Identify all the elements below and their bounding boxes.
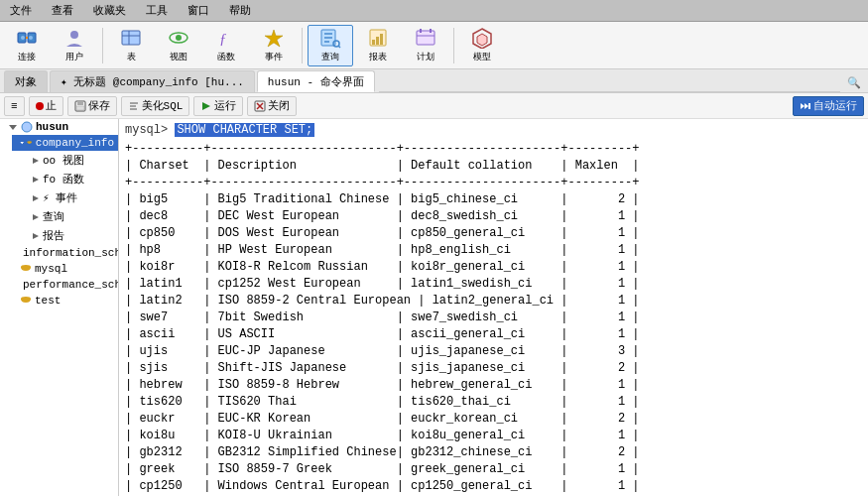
- menu-view[interactable]: 查看: [48, 1, 77, 20]
- btn-report[interactable]: 报表: [355, 25, 401, 66]
- menu-window[interactable]: 窗口: [184, 1, 213, 20]
- svg-rect-30: [77, 101, 83, 105]
- btn-user[interactable]: 用户: [52, 25, 97, 66]
- sidebar-reports[interactable]: 报告: [24, 226, 118, 245]
- sidebar-reports-label: 报告: [43, 228, 64, 243]
- svg-marker-48: [33, 177, 39, 183]
- toolbar-sep-2: [302, 28, 303, 63]
- sidebar-events-label: ⚡ 事件: [43, 190, 77, 205]
- svg-rect-41: [808, 103, 810, 109]
- sidebar-events[interactable]: ⚡ 事件: [24, 188, 118, 207]
- arrow-right-icon: [32, 157, 40, 165]
- svg-marker-44: [20, 142, 24, 144]
- sidebar-db-info-schema[interactable]: information_schema: [12, 245, 118, 261]
- btn-query-label: 查询: [321, 51, 339, 63]
- toolbar: 连接 用户 表 视图: [0, 22, 868, 69]
- sidebar-queries-label: 查询: [43, 209, 64, 224]
- sidebar-db-company[interactable]: company_info: [12, 135, 118, 151]
- btn-stop[interactable]: 止: [29, 96, 63, 116]
- report-icon: [367, 27, 389, 49]
- svg-text:ƒ: ƒ: [219, 31, 227, 47]
- btn-func[interactable]: ƒ 函数: [203, 25, 249, 66]
- btn-model[interactable]: 模型: [459, 25, 505, 66]
- sidebar-db-test-label: test: [35, 295, 61, 307]
- sidebar-company-children: oo 视图 fo 函数 ⚡ 事件 查询 报告: [12, 151, 118, 245]
- arrow-right-icon-2: [32, 176, 40, 184]
- sidebar-db-mysql[interactable]: mysql: [12, 261, 118, 277]
- btn-run[interactable]: 运行: [193, 96, 243, 116]
- view-icon: [168, 27, 189, 49]
- btn-autorun[interactable]: 自动运行: [793, 96, 864, 116]
- arrow-right-icon-4: [32, 213, 40, 221]
- menu-bar[interactable]: 文件 查看 收藏夹 工具 窗口 帮助: [6, 1, 255, 20]
- svg-rect-6: [122, 31, 140, 45]
- btn-plan[interactable]: 计划: [403, 25, 448, 66]
- menu-file[interactable]: 文件: [6, 1, 36, 20]
- db-icon-3: [20, 263, 32, 275]
- btn-query[interactable]: 查询: [308, 25, 353, 66]
- tab-query[interactable]: ✦ 无标题 @company_info [hu...: [50, 70, 255, 92]
- content-area[interactable]: mysql> SHOW CHARACTER SET; +----------+-…: [119, 119, 868, 496]
- tab-query-label: ✦ 无标题 @company_info [hu...: [61, 74, 244, 89]
- sidebar-functions-label: fo 函数: [43, 172, 84, 186]
- toolbar-sep-3: [453, 28, 454, 63]
- svg-marker-12: [265, 30, 283, 47]
- arrow-down-icon: [8, 122, 18, 132]
- btn-table-label: 表: [127, 51, 136, 63]
- event-icon: [263, 27, 285, 49]
- svg-marker-40: [805, 103, 808, 109]
- tab-object[interactable]: 对象: [4, 70, 48, 92]
- sidebar-db-perf-schema[interactable]: performance_schema: [12, 277, 118, 293]
- btn-view[interactable]: 视图: [156, 25, 201, 66]
- action-bar: ≡ 止 保存 美化SQL 运行 关闭: [0, 93, 868, 119]
- sidebar-views[interactable]: oo 视图: [24, 151, 118, 170]
- sidebar-functions[interactable]: fo 函数: [24, 170, 118, 188]
- sidebar-db-perf-schema-label: performance_schema: [23, 279, 119, 291]
- btn-save[interactable]: 保存: [67, 96, 117, 116]
- query-icon: [319, 27, 341, 49]
- mysql-command: SHOW CHARACTER SET;: [175, 123, 314, 137]
- mysql-prompt-line: mysql> SHOW CHARACTER SET;: [125, 123, 862, 137]
- svg-marker-39: [801, 103, 805, 109]
- svg-marker-42: [9, 125, 17, 130]
- mysql-prompt-text: mysql>: [125, 123, 175, 137]
- btn-menu-toggle[interactable]: ≡: [4, 96, 25, 116]
- sidebar-db-info-schema-label: information_schema: [23, 247, 119, 259]
- svg-point-3: [21, 36, 25, 40]
- svg-rect-23: [417, 31, 434, 45]
- tab-console[interactable]: husun - 命令界面: [257, 70, 375, 92]
- svg-rect-22: [380, 34, 383, 45]
- sidebar-queries[interactable]: 查询: [24, 207, 118, 226]
- beautify-icon: [128, 100, 140, 112]
- svg-point-5: [70, 31, 78, 39]
- btn-beautify[interactable]: 美化SQL: [121, 96, 190, 116]
- db-icon: [27, 137, 32, 149]
- btn-connect-label: 连接: [18, 51, 36, 63]
- sidebar-db-test[interactable]: test: [12, 293, 118, 309]
- beautify-label: 美化SQL: [142, 98, 184, 113]
- svg-line-18: [338, 46, 340, 48]
- svg-marker-49: [33, 195, 39, 201]
- sidebar-root[interactable]: husun: [0, 119, 118, 135]
- btn-user-label: 用户: [65, 51, 83, 63]
- sidebar-group: company_info oo 视图 fo 函数 ⚡ 事件 查询: [0, 135, 118, 309]
- btn-view-label: 视图: [170, 51, 187, 63]
- arrow-right-icon-3: [32, 194, 40, 202]
- menu-favorites[interactable]: 收藏夹: [89, 1, 130, 20]
- btn-clear[interactable]: 关闭: [247, 96, 297, 116]
- svg-marker-47: [33, 158, 39, 164]
- btn-report-label: 报表: [369, 51, 387, 63]
- menu-help[interactable]: 帮助: [225, 1, 255, 20]
- menu-tools[interactable]: 工具: [142, 1, 172, 20]
- clear-label: 关闭: [268, 98, 290, 113]
- svg-rect-20: [372, 40, 375, 45]
- connect-icon: [16, 27, 38, 49]
- tab-search[interactable]: 🔍: [840, 73, 868, 92]
- btn-event[interactable]: 事件: [251, 25, 297, 66]
- tab-bar: 对象 ✦ 无标题 @company_info [hu... husun - 命令…: [0, 69, 868, 93]
- btn-connect[interactable]: 连接: [4, 25, 50, 66]
- func-icon: ƒ: [215, 27, 237, 49]
- btn-table[interactable]: 表: [108, 25, 154, 66]
- svg-point-43: [22, 122, 32, 132]
- run-label: 运行: [214, 98, 236, 113]
